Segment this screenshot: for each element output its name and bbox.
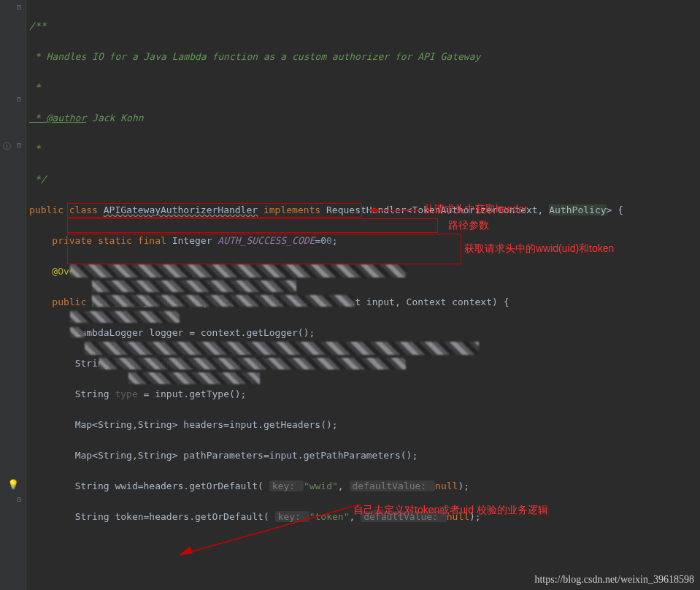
code-line-headers: Map<String,String> headers=input.getHead… [75, 419, 338, 430]
hint-key: key: [275, 511, 309, 522]
doc-star: * [29, 82, 41, 93]
annotation-pathparam: 路径参数 [448, 218, 489, 233]
code-token-a: String token=headers.getOrDefault( [75, 511, 275, 522]
brace: > { [607, 204, 623, 215]
kw-class: class [69, 204, 104, 215]
close: ); [458, 480, 469, 491]
watermark: https://blog.csdn.net/weixin_39618598 [534, 574, 694, 586]
annotation-wwid-token: 获取请求头中的wwid(uid)和token [464, 241, 614, 256]
fold-icon[interactable]: ⊟ [17, 95, 24, 102]
fold-icon[interactable]: ⊟ [17, 495, 24, 502]
kw-mods: private static final [52, 235, 172, 246]
code-editor: ⊟ ⊟ ⓘ ⊟ 💡 ⊟ /** * Handles IO for a Java … [0, 0, 700, 590]
str-token: "token" [309, 511, 350, 522]
doc-close: */ [29, 174, 46, 185]
fold-icon[interactable]: ⊟ [17, 141, 24, 148]
kw-null: null [435, 480, 458, 491]
code-wwid-a: String wwid=headers.getOrDefault( [75, 480, 269, 491]
kw-public: public [52, 296, 92, 307]
type-integer: Integer [172, 235, 218, 246]
doc-open: /** [29, 20, 46, 31]
override-gutter-icon[interactable]: ⓘ [3, 141, 13, 151]
doc-author-tag: * @author [29, 112, 86, 123]
kw-public: public [29, 204, 69, 215]
kw-implements: implements [258, 204, 326, 215]
str-wwid: "wwid" [304, 480, 338, 491]
hint-key: key: [269, 480, 304, 491]
comma: , [338, 480, 350, 491]
gutter: ⊟ ⊟ ⓘ ⊟ 💡 ⊟ [0, 0, 26, 590]
censored-block [70, 327, 85, 337]
annotation-checktoken: 自己去定义对token或者uid 校验的业务逻辑 [353, 502, 548, 518]
code-area[interactable]: /** * Handles IO for a Java Lambda funct… [26, 0, 700, 590]
hint-default: defaultValue: [350, 480, 436, 491]
doc-author: Jack Kohn [86, 112, 143, 123]
red-box-pathparams [67, 218, 438, 233]
class-name: APIGatewayAuthorizerHandler [104, 204, 258, 215]
code-line: String [75, 388, 115, 399]
censored-block [128, 372, 260, 384]
doc-star: * [29, 143, 41, 154]
censored-block [92, 295, 355, 307]
code-line: = input.getType(); [138, 388, 247, 399]
code-line: LambdaLogger logger = context.getLogger(… [75, 327, 315, 338]
doc-line: * Handles IO for a Java Lambda function … [29, 51, 480, 62]
censored-block [85, 342, 479, 355]
intention-bulb-icon[interactable]: 💡 [7, 479, 19, 490]
censored-block [92, 280, 296, 292]
annotation-header: 从请求头中获取header [424, 202, 528, 217]
eq: =0 [315, 235, 326, 246]
var-type: type [115, 388, 137, 399]
censored-block [70, 311, 180, 323]
field-name: AUTH_SUCCESS_CODE [218, 235, 315, 246]
code-line-pathparams: Map<String,String> pathParameters=input.… [75, 450, 418, 461]
type-authpolicy: AuthPolicy [549, 204, 606, 215]
censored-block [99, 358, 406, 369]
censored-block [70, 264, 406, 277]
fold-icon[interactable]: ⊟ [17, 3, 24, 10]
semi: ; [332, 235, 338, 246]
